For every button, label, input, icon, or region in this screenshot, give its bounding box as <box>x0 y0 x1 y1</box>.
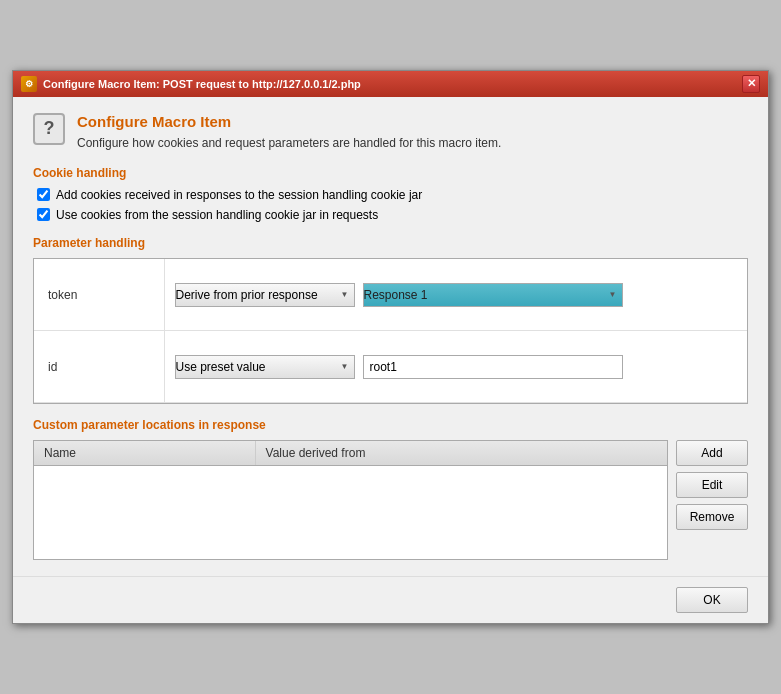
custom-table-container: Name Value derived from <box>33 440 668 560</box>
cookie-handling-label: Cookie handling <box>33 166 748 180</box>
param-name-id: id <box>34 331 164 403</box>
window-title: Configure Macro Item: POST request to ht… <box>43 78 361 90</box>
id-controls: Use preset value Derive from prior respo… <box>175 355 738 379</box>
edit-button[interactable]: Edit <box>676 472 748 498</box>
title-bar: ⚙ Configure Macro Item: POST request to … <box>13 71 768 97</box>
content-area: ? Configure Macro Item Configure how coo… <box>13 97 768 577</box>
id-method-select[interactable]: Use preset value Derive from prior respo… <box>175 355 355 379</box>
param-controls-token: Derive from prior response Use preset va… <box>164 259 747 331</box>
custom-table-area: Name Value derived from Add Edit Remove <box>33 440 748 560</box>
table-row: token Derive from prior response Use pre… <box>34 259 747 331</box>
param-controls-id: Use preset value Derive from prior respo… <box>164 331 747 403</box>
main-window: ⚙ Configure Macro Item: POST request to … <box>12 70 769 625</box>
col-header-value: Value derived from <box>256 441 667 465</box>
param-name-token: token <box>34 259 164 331</box>
custom-section-label: Custom parameter locations in response <box>33 418 748 432</box>
col-header-name: Name <box>34 441 256 465</box>
add-button[interactable]: Add <box>676 440 748 466</box>
token-source-wrapper: Response 1 Response 2 Response 3 <box>363 283 623 307</box>
id-value-input[interactable] <box>363 355 623 379</box>
token-method-select[interactable]: Derive from prior response Use preset va… <box>175 283 355 307</box>
token-method-wrapper: Derive from prior response Use preset va… <box>175 283 355 307</box>
dialog-title: Configure Macro Item <box>77 113 501 130</box>
add-cookies-label: Add cookies received in responses to the… <box>56 188 422 202</box>
bottom-bar: OK <box>13 576 768 623</box>
table-row: id Use preset value Derive from prior re… <box>34 331 747 403</box>
custom-table-header: Name Value derived from <box>34 441 667 466</box>
ok-button[interactable]: OK <box>676 587 748 613</box>
remove-button[interactable]: Remove <box>676 504 748 530</box>
close-button[interactable]: ✕ <box>742 75 760 93</box>
title-bar-left: ⚙ Configure Macro Item: POST request to … <box>21 76 361 92</box>
header-section: ? Configure Macro Item Configure how coo… <box>33 113 748 150</box>
help-icon: ? <box>33 113 65 145</box>
parameter-table-container: token Derive from prior response Use pre… <box>33 258 748 405</box>
token-source-select[interactable]: Response 1 Response 2 Response 3 <box>363 283 623 307</box>
cookie-checkbox-row-1: Add cookies received in responses to the… <box>37 188 748 202</box>
cookie-checkbox-row-2: Use cookies from the session handling co… <box>37 208 748 222</box>
app-icon: ⚙ <box>21 76 37 92</box>
custom-table-body <box>34 466 667 556</box>
add-cookies-checkbox[interactable] <box>37 188 50 201</box>
id-method-wrapper: Use preset value Derive from prior respo… <box>175 355 355 379</box>
parameter-table: token Derive from prior response Use pre… <box>34 259 747 404</box>
use-cookies-checkbox[interactable] <box>37 208 50 221</box>
token-controls: Derive from prior response Use preset va… <box>175 283 738 307</box>
side-buttons: Add Edit Remove <box>676 440 748 530</box>
use-cookies-label: Use cookies from the session handling co… <box>56 208 378 222</box>
parameter-handling-label: Parameter handling <box>33 236 748 250</box>
header-text: Configure Macro Item Configure how cooki… <box>77 113 501 150</box>
dialog-description: Configure how cookies and request parame… <box>77 136 501 150</box>
